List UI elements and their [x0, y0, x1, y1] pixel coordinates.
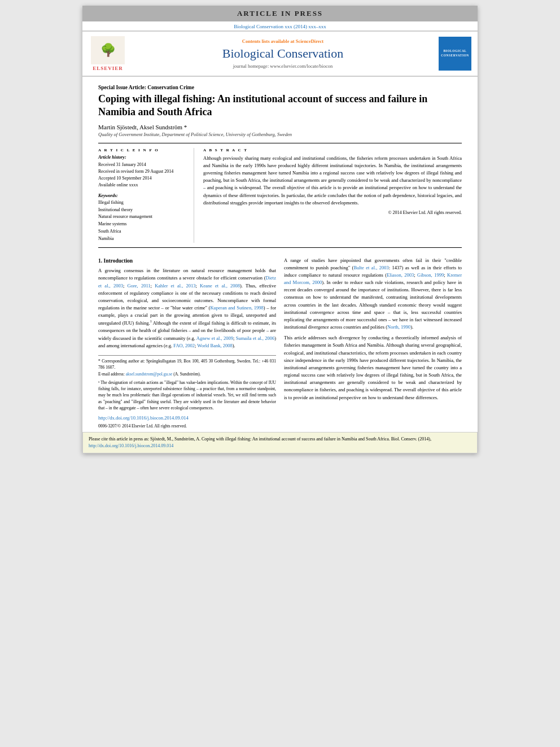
abstract-text: Although previously sharing many ecologi… — [203, 155, 462, 207]
elsevier-logo: 🌳 ELSEVIER — [88, 36, 128, 71]
cite-agnew[interactable]: Agnew et al., 2009 — [196, 335, 233, 341]
article-info-label: A R T I C L E I N F O — [98, 148, 187, 152]
intro-heading: 1. Introduction — [98, 257, 276, 265]
keyword-south-africa: South Africa — [98, 228, 187, 235]
cite-bar-link[interactable]: http://dx.doi.org/10.1016/j.biocon.2014.… — [89, 443, 173, 448]
elsevier-tree-icon: 🌳 — [91, 36, 125, 64]
issn-text: 0006-3207/© 2014 Elsevier Ltd. All right… — [98, 423, 276, 430]
keyword-illegal-fishing: Illegal fishing — [98, 199, 187, 207]
special-issue-label: Special Issue Article: Conservation Crim… — [98, 85, 462, 90]
biocon-text: BIOLOGICALCONSERVATION — [441, 49, 469, 58]
elsevier-text: ELSEVIER — [93, 65, 123, 71]
journal-ref-text: Biological Conservation xxx (2014) xxx–x… — [234, 24, 326, 29]
cite-bar: Please cite this article in press as: Sj… — [82, 432, 478, 453]
cite-fao[interactable]: FAO, 2002 — [173, 343, 195, 348]
authors-text: Martin Sjöstedt, Aksel Sundström * — [98, 124, 187, 130]
cite-keane[interactable]: Keane et al., 2008 — [200, 283, 240, 289]
keywords-label: Keywords: — [98, 193, 187, 198]
right-para1: A range of studies have pinpointed that … — [284, 257, 462, 331]
cite-kahler[interactable]: Kahler et al., 2013 — [155, 283, 195, 289]
biocon-box: BIOLOGICALCONSERVATION — [439, 37, 471, 71]
cite-worldbank[interactable]: World Bank, 2008 — [197, 343, 232, 348]
banner-text: ARTICLE IN PRESS — [237, 9, 323, 18]
cite-kuperan[interactable]: Kuperan and Sutinen, 1998 — [210, 305, 263, 311]
biocon-logo: BIOLOGICALCONSERVATION — [438, 37, 472, 71]
available-online: Available online xxxx — [98, 182, 187, 189]
doi-link[interactable]: http://dx.doi.org/10.1016/j.biocon.2014.… — [98, 414, 276, 422]
footnote-1: ¹ The designation of certain actions as … — [98, 379, 276, 411]
page: ARTICLE IN PRESS Biological Conservation… — [82, 6, 478, 453]
cite-bulte[interactable]: Bulte et al., 2003 — [353, 265, 388, 270]
footnote-email: E-mail address: aksel.sundstrom@pol.gu.s… — [98, 371, 276, 377]
sciencedirect-line: Contents lists available at ScienceDirec… — [133, 38, 432, 44]
article-title: Coping with illegal fishing: An institut… — [98, 93, 462, 119]
journal-title: Biological Conservation — [133, 46, 432, 61]
body-col-right: A range of studies have pinpointed that … — [284, 257, 462, 430]
keyword-namibia: Namibia — [98, 235, 187, 243]
doi-area: http://dx.doi.org/10.1016/j.biocon.2014.… — [98, 414, 276, 430]
intro-para1: A growing consensus in the literature on… — [98, 267, 276, 350]
cite-gibson[interactable]: Gibson, 1999 — [417, 272, 444, 278]
sciencedirect-label: Contents lists available at — [242, 38, 295, 44]
journal-ref: Biological Conservation xxx (2014) xxx–x… — [82, 21, 478, 30]
cite-bar-text: Please cite this article in press as: Sj… — [89, 436, 431, 442]
abstract-col: A B S T R A C T Although previously shar… — [203, 148, 462, 243]
abstract-label: A B S T R A C T — [203, 148, 462, 152]
accepted: Accepted 10 September 2014 — [98, 175, 187, 182]
divider-1 — [98, 143, 462, 143]
footnote-corresponding: * Corresponding author at: Sprängkullsga… — [98, 358, 276, 371]
article-content: Special Issue Article: Conservation Crim… — [82, 85, 478, 430]
sciencedirect-name[interactable]: ScienceDirect — [296, 38, 323, 44]
received2: Received in revised form 29 August 2014 — [98, 168, 187, 175]
cite-sumaila[interactable]: Sumaila et al., 2006 — [236, 335, 274, 341]
cite-gore[interactable]: Gore, 2011 — [128, 283, 151, 289]
footnote-area: * Corresponding author at: Sprängkullsga… — [98, 355, 276, 411]
history-label: Article history: — [98, 155, 187, 160]
journal-header-center: Contents lists available at ScienceDirec… — [133, 38, 432, 69]
body-section: 1. Introduction A growing consensus in t… — [98, 257, 462, 430]
authors: Martin Sjöstedt, Aksel Sundström * — [98, 124, 462, 130]
right-para2: This article addresses such divergence b… — [284, 334, 462, 401]
journal-header: 🌳 ELSEVIER Contents lists available at S… — [82, 30, 478, 77]
email-link[interactable]: aksel.sundstrom@pol.gu.se — [126, 372, 173, 377]
info-abstract-section: A R T I C L E I N F O Article history: R… — [98, 148, 462, 243]
affiliation: Quality of Government Institute, Departm… — [98, 132, 462, 137]
article-in-press-banner: ARTICLE IN PRESS — [82, 6, 478, 21]
cite-eliason[interactable]: Eliason, 2003 — [387, 272, 414, 278]
body-col-left: 1. Introduction A growing consensus in t… — [98, 257, 276, 430]
homepage-line: journal homepage: www.elsevier.com/locat… — [133, 63, 432, 69]
keyword-institutional-theory: Institutional theory — [98, 207, 187, 214]
received1: Received 31 January 2014 — [98, 161, 187, 168]
keyword-marine-systems: Marine systems — [98, 221, 187, 228]
keyword-natural-resource: Natural resource management — [98, 213, 187, 221]
article-info-col: A R T I C L E I N F O Article history: R… — [98, 148, 194, 243]
divider-2 — [98, 247, 462, 248]
cite-north[interactable]: North, 1990 — [387, 324, 410, 330]
copyright: © 2014 Elsevier Ltd. All rights reserved… — [203, 210, 462, 215]
